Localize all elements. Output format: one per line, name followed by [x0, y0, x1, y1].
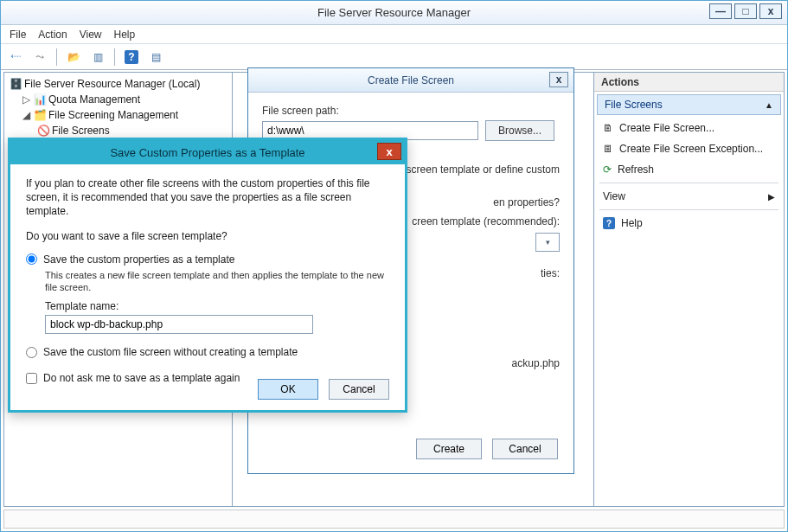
actions-separator — [599, 183, 778, 183]
action-create-exception-label: Create File Screen Exception... — [619, 143, 763, 155]
tree-screens-label: File Screens — [52, 125, 110, 137]
maximize-button[interactable]: □ — [734, 3, 757, 19]
minimize-button[interactable]: — — [709, 3, 732, 19]
cfs-create-button[interactable]: Create — [416, 439, 482, 459]
window-icon: ▥ — [93, 51, 103, 63]
arrow-right-icon: ⤳ — [35, 51, 44, 63]
action-create-exception[interactable]: 🗏 Create File Screen Exception... — [594, 138, 784, 159]
help-button[interactable]: ? — [122, 48, 141, 67]
stpl-intro-text: If you plan to create other file screens… — [26, 176, 389, 219]
toolbar-separator-2 — [114, 48, 115, 66]
tree-screening-label: File Screening Management — [48, 109, 178, 121]
toolbar-separator — [56, 48, 57, 66]
collapse-icon[interactable]: ◢ — [22, 109, 31, 121]
menu-help[interactable]: Help — [114, 29, 136, 41]
actions-pane: Actions File Screens ▲ 🗎 Create File Scr… — [594, 72, 785, 507]
main-titlebar[interactable]: File Server Resource Manager — □ x — [1, 1, 787, 25]
new-screen-icon: 🗎 — [603, 122, 613, 134]
stpl-radio-save-template-desc: This creates a new file screen template … — [45, 269, 389, 294]
save-template-dialog: Save Custom Properties as a Template x I… — [8, 138, 407, 413]
tree-root-label: File Server Resource Manager (Local) — [24, 78, 200, 90]
stpl-radio-save-template-label: Save the custom properties as a template — [43, 253, 234, 266]
statusbar — [3, 510, 785, 529]
cfs-browse-button[interactable]: Browse... — [485, 120, 554, 141]
menu-action[interactable]: Action — [38, 29, 67, 41]
cfs-titlebar[interactable]: Create File Screen x — [248, 68, 573, 93]
actions-section-label: File Screens — [605, 99, 663, 111]
actions-separator-2 — [599, 209, 778, 210]
view-button[interactable]: ▤ — [146, 48, 165, 67]
refresh-icon: ⟳ — [603, 163, 612, 176]
action-create-screen-label: Create File Screen... — [619, 122, 714, 134]
action-refresh[interactable]: ⟳ Refresh — [594, 159, 784, 180]
stpl-title-text: Save Custom Properties as a Template — [110, 146, 304, 159]
menubar: File Action View Help — [1, 25, 787, 44]
stpl-checkbox-label: Do not ask me to save as a template agai… — [43, 372, 240, 384]
actions-section-title[interactable]: File Screens ▲ — [597, 94, 781, 115]
stpl-radio-save-template[interactable]: Save the custom properties as a template — [26, 253, 389, 266]
stpl-radio-no-template-label: Save the custom file screen without crea… — [43, 346, 298, 358]
stpl-close-button[interactable]: x — [377, 143, 401, 160]
action-view[interactable]: View ▶ — [594, 186, 784, 207]
stpl-question-text: Do you want to save a file screen templa… — [26, 229, 389, 243]
cfs-title-text: Create File Screen — [368, 74, 454, 87]
collapse-icon[interactable]: ▲ — [765, 100, 773, 110]
actions-header: Actions — [594, 73, 784, 92]
stpl-radio-no-template[interactable]: Save the custom file screen without crea… — [26, 346, 389, 358]
toolbar: ⬸ ⤳ 📂 ▥ ? ▤ — [1, 44, 787, 70]
folder-icon: 📂 — [67, 51, 80, 63]
nav-back-button[interactable]: ⬸ — [6, 48, 25, 67]
action-help-label: Help — [621, 217, 643, 229]
help-icon: ? — [125, 50, 138, 64]
action-help[interactable]: ? Help — [594, 213, 784, 234]
cfs-path-label: File screen path: — [262, 105, 560, 117]
tree-quota[interactable]: ▷ 📊 Quota Management — [6, 92, 230, 107]
menu-view[interactable]: View — [80, 29, 102, 41]
close-button[interactable]: x — [759, 3, 782, 19]
action-refresh-label: Refresh — [618, 163, 654, 176]
stpl-cancel-button[interactable]: Cancel — [329, 379, 389, 400]
stpl-template-name-input[interactable] — [45, 315, 313, 334]
server-icon: 🗄️ — [10, 78, 22, 90]
cfs-cancel-button[interactable]: Cancel — [492, 439, 558, 459]
tree-root[interactable]: 🗄️ File Server Resource Manager (Local) — [6, 76, 230, 92]
open-folder-button[interactable]: 📂 — [64, 48, 83, 67]
menu-file[interactable]: File — [10, 29, 26, 41]
tree-screens[interactable]: 🚫 File Screens — [6, 123, 230, 138]
tree-quota-label: Quota Management — [48, 93, 140, 106]
properties-button[interactable]: ▥ — [88, 48, 107, 67]
exception-icon: 🗏 — [603, 143, 613, 155]
arrow-left-icon: ⬸ — [10, 51, 21, 63]
main-title: File Server Resource Manager — [317, 6, 471, 19]
stpl-radio-no-template-input[interactable] — [26, 347, 37, 358]
stpl-template-name-label: Template name: — [45, 300, 389, 312]
expand-icon[interactable]: ▷ — [22, 93, 31, 106]
screen-icon: 🚫 — [37, 125, 49, 137]
stpl-ok-button[interactable]: OK — [258, 379, 318, 400]
chevron-down-icon: ▾ — [546, 238, 550, 247]
stpl-titlebar[interactable]: Save Custom Properties as a Template x — [10, 140, 405, 164]
stpl-radio-save-template-input[interactable] — [26, 253, 37, 265]
quota-icon: 📊 — [34, 93, 46, 106]
nav-forward-button[interactable]: ⤳ — [30, 48, 49, 67]
chevron-right-icon: ▶ — [768, 192, 775, 202]
help-icon: ? — [603, 217, 615, 229]
cfs-close-button[interactable]: x — [549, 72, 568, 87]
tree-screening[interactable]: ◢ 🗂️ File Screening Management — [6, 107, 230, 123]
action-view-label: View — [603, 190, 625, 202]
action-create-screen[interactable]: 🗎 Create File Screen... — [594, 118, 784, 138]
stpl-checkbox-input[interactable] — [26, 373, 37, 384]
window-list-icon: ▤ — [151, 51, 161, 63]
cfs-template-combo[interactable]: ▾ — [535, 233, 560, 252]
screening-icon: 🗂️ — [34, 109, 46, 121]
